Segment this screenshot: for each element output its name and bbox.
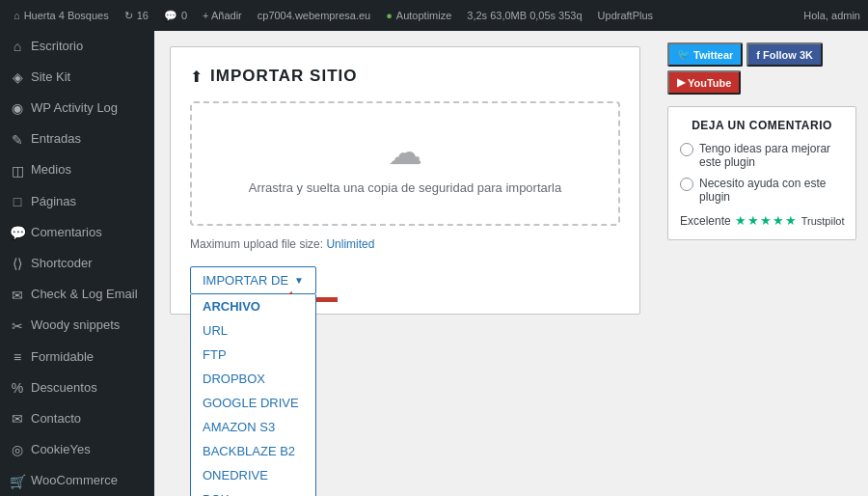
- greeting: Hola, admin: [803, 10, 860, 21]
- sidebar-item-contacto[interactable]: ✉Contacto: [0, 403, 154, 434]
- sidebar-item-entradas[interactable]: ✎Entradas: [0, 124, 154, 155]
- sidebar-item-check-log-email[interactable]: ✉Check & Log Email: [0, 280, 154, 311]
- medios-icon: ◫: [10, 162, 25, 179]
- importar-de-button[interactable]: IMPORTAR DE ▼: [190, 266, 316, 294]
- dropdown-item-onedrive[interactable]: ONEDRIVE: [191, 463, 315, 487]
- entradas-icon: ✎: [10, 131, 25, 149]
- comment-title: DEJA UN COMENTARIO: [680, 119, 844, 132]
- sidebar-item-comentarios[interactable]: 💬Comentarios: [0, 217, 154, 248]
- site-kit-icon: ◈: [10, 69, 25, 86]
- shortcoder-icon: ⟨⟩: [10, 255, 25, 272]
- import-box: ⬆ IMPORTAR SITIO ☁ Arrastra y suelta una…: [170, 46, 640, 315]
- sidebar-item-wp-activity[interactable]: ◉WP Activity Log: [0, 93, 154, 124]
- dropdown-item-url[interactable]: URL: [191, 318, 315, 343]
- site-name[interactable]: ⌂ Huerta 4 Bosques: [8, 0, 115, 31]
- escritorio-icon: ⌂: [10, 38, 25, 55]
- chevron-icon: ▼: [294, 275, 304, 286]
- contacto-icon: ✉: [10, 410, 25, 427]
- facebook-button[interactable]: f Follow 3K: [746, 42, 823, 67]
- upload-area[interactable]: ☁ Arrastra y suelta una copia de segurid…: [190, 101, 620, 226]
- cloud-icon: ☁: [211, 132, 599, 173]
- radio-circle-1: [680, 143, 693, 156]
- main-content: ⬆ IMPORTAR SITIO ☁ Arrastra y suelta una…: [154, 31, 656, 496]
- dropdown-item-amazons3[interactable]: AMAZON S3: [191, 415, 315, 439]
- comment-box: DEJA UN COMENTARIO Tengo ideas para mejo…: [667, 106, 856, 240]
- social-buttons: 🐦 Twittear f Follow 3K ▶ YouTube: [667, 42, 856, 95]
- dropdown-item-backblaze[interactable]: BACKBLAZE B2: [191, 439, 315, 463]
- sidebar-item-woocommerce[interactable]: 🛒WooCommerce: [0, 466, 154, 496]
- dropdown-item-ftp[interactable]: FTP: [191, 343, 315, 367]
- sidebar: ⌂Escritorio◈Site Kit◉WP Activity Log✎Ent…: [0, 31, 154, 496]
- sidebar-item-paginas[interactable]: □Páginas: [0, 186, 154, 217]
- comments-btn[interactable]: 💬 0: [158, 0, 193, 31]
- sidebar-item-shortcoder[interactable]: ⟨⟩Shortcoder: [0, 248, 154, 279]
- woody-snippets-icon: ✂: [10, 317, 25, 335]
- updraftplus-btn[interactable]: UpdraftPlus: [592, 0, 659, 31]
- trustpilot-label: Trustpilot: [801, 215, 845, 227]
- sidebar-item-medios[interactable]: ◫Medios: [0, 155, 154, 186]
- dropdown-item-googledrive[interactable]: GOOGLE DRIVE: [191, 391, 315, 415]
- max-upload: Maximum upload file size: Unlimited: [190, 237, 620, 251]
- dropdown-item-dropbox[interactable]: DROPBOX: [191, 367, 315, 391]
- wp-activity-icon: ◉: [10, 99, 25, 117]
- facebook-icon: f: [756, 49, 760, 61]
- paginas-icon: □: [10, 193, 25, 210]
- radio-option-1[interactable]: Tengo ideas para mejorar este plugin: [680, 142, 844, 169]
- comentarios-icon: 💬: [10, 224, 25, 241]
- sidebar-item-woody-snippets[interactable]: ✂Woody snippets: [0, 311, 154, 342]
- stats: 3,2s 63,0MB 0,05s 353q: [461, 0, 587, 31]
- twitter-icon: 🐦: [677, 48, 691, 61]
- sidebar-item-escritorio[interactable]: ⌂Escritorio: [0, 31, 154, 62]
- excelente-label: Excelente: [680, 214, 731, 228]
- sidebar-item-formidable[interactable]: ≡Formidable: [0, 342, 154, 372]
- sidebar-item-descuentos[interactable]: %Descuentos: [0, 372, 154, 403]
- check-log-email-icon: ✉: [10, 287, 25, 304]
- import-dropdown-menu: ARCHIVO URL FTP DROPBOX GOOGLE DRIVE AMA…: [190, 294, 316, 496]
- sidebar-item-cookieyes[interactable]: ◎CookieYes: [0, 434, 154, 465]
- radio-option-2[interactable]: Necesito ayuda con este plugin: [680, 177, 844, 204]
- youtube-button[interactable]: ▶ YouTube: [667, 70, 741, 95]
- woocommerce-icon: 🛒: [10, 473, 25, 490]
- right-panel: 🐦 Twittear f Follow 3K ▶ YouTube DEJA UN…: [656, 31, 868, 496]
- unlimited-link[interactable]: Unlimited: [326, 237, 374, 251]
- importar-dropdown-container: IMPORTAR DE ▼ ARCHIVO URL FTP DROPBOX GO…: [190, 266, 316, 294]
- formidable-icon: ≡: [10, 348, 25, 366]
- dropdown-item-archivo[interactable]: ARCHIVO: [191, 294, 315, 318]
- cp-label[interactable]: cp7004.webempresa.eu: [252, 0, 376, 31]
- cookieyes-icon: ◎: [10, 441, 25, 458]
- autoptimize-btn[interactable]: ● Autoptimize: [380, 0, 457, 31]
- stars-icon: ★★★★★: [735, 213, 798, 228]
- radio-circle-2: [680, 178, 693, 191]
- dropdown-item-box[interactable]: BOX: [191, 487, 315, 496]
- updates-btn[interactable]: ↻ 16: [119, 0, 154, 31]
- upload-text: Arrastra y suelta una copia de seguridad…: [211, 180, 599, 195]
- trustpilot-row: Excelente ★★★★★ Trustpilot: [680, 213, 844, 228]
- import-title: ⬆ IMPORTAR SITIO: [190, 67, 620, 86]
- youtube-icon: ▶: [677, 76, 685, 89]
- topbar: ⌂ Huerta 4 Bosques ↻ 16 💬 0 + Añadir cp7…: [0, 0, 868, 31]
- twitter-button[interactable]: 🐦 Twittear: [667, 42, 743, 67]
- descuentos-icon: %: [10, 379, 25, 397]
- add-new-btn[interactable]: + Añadir: [197, 0, 248, 31]
- sidebar-item-site-kit[interactable]: ◈Site Kit: [0, 62, 154, 93]
